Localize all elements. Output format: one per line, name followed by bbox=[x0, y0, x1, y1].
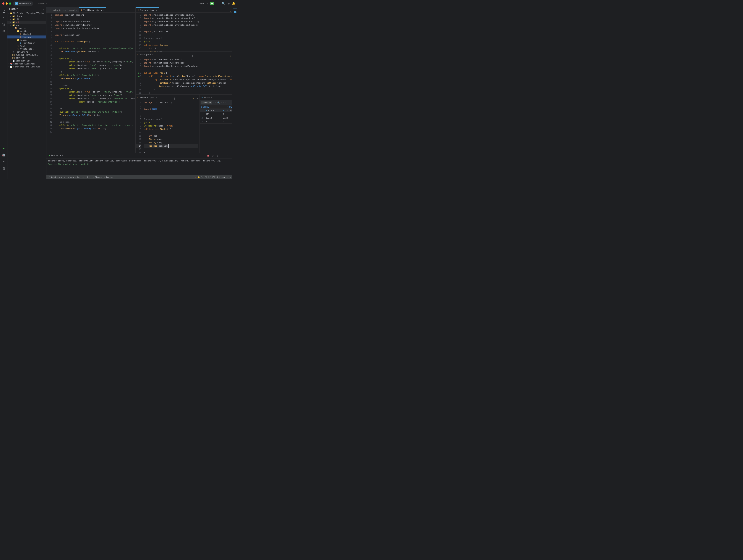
android-icon[interactable]: 🤖 bbox=[1, 153, 6, 158]
line-numbers: 12345 678910 111213141516 bbox=[136, 100, 142, 153]
more-icon[interactable]: ··· bbox=[1, 172, 6, 178]
sidebar-item-lib[interactable]: ▶ 📁 lib bbox=[7, 18, 46, 20]
scroll-end-icon[interactable]: ↓ bbox=[216, 154, 220, 158]
add-row-icon[interactable]: + bbox=[221, 101, 222, 104]
more-tabs-icon[interactable]: ⋮ bbox=[190, 54, 195, 57]
code-content[interactable]: package com.test.mapper; import com.test… bbox=[53, 13, 135, 153]
sidebar-item-webstudy-iml[interactable]: 📄 WebStudy.iml bbox=[7, 59, 46, 62]
sidebar-item-src[interactable]: ▾ 📁 src bbox=[7, 24, 46, 27]
tab-teach[interactable]: ⊞ teach ✕ bbox=[200, 95, 214, 100]
sidebar-item-mapper[interactable]: ▾ 📁 mapper bbox=[7, 38, 46, 41]
close-tab-icon[interactable]: ✕ bbox=[156, 9, 157, 11]
gear-icon[interactable]: ⚙ bbox=[43, 8, 44, 10]
close-tab-icon[interactable]: ✕ bbox=[76, 9, 77, 11]
main-layout: ▶ 🤖 ⚑ 🗄 ··· Project ⚙ ▾ 📁 WebStudy ~/Des… bbox=[0, 7, 238, 179]
nav-left-icon[interactable]: ‹ bbox=[223, 101, 224, 104]
cell-tid[interactable]: 2 bbox=[221, 113, 232, 116]
tab-main[interactable]: C Main.java ✕ bbox=[136, 52, 155, 57]
sidebar-item-teacher[interactable]: C Teacher bbox=[7, 36, 46, 38]
col-sid[interactable]: ⊞ sid ÷ bbox=[204, 109, 221, 113]
scratches-icon: 📝 bbox=[10, 66, 13, 68]
database-icon[interactable]: 🗄 bbox=[1, 166, 6, 171]
expand-icon: ▾ bbox=[14, 39, 17, 41]
commit-icon[interactable] bbox=[1, 15, 6, 20]
status-path: WebStudy > src > com > test > entity > S… bbox=[51, 176, 114, 178]
encoding: UTF-8 bbox=[212, 176, 218, 178]
sidebar-item-main[interactable]: C Main bbox=[7, 44, 46, 47]
close-button[interactable] bbox=[2, 2, 4, 5]
right-toolbar bbox=[232, 7, 238, 179]
sidebar-item-text-xml[interactable]: ❬/❭ text.xml bbox=[7, 56, 46, 59]
sidebar-item-comtest[interactable]: ▾ 📦 com.test bbox=[7, 27, 46, 30]
cell-sid[interactable]: 1 bbox=[204, 120, 221, 124]
table-row[interactable]: 2 12312 3123 bbox=[200, 116, 232, 120]
close-tab-icon[interactable]: ✕ bbox=[103, 9, 104, 11]
more-button[interactable]: ⋯ bbox=[225, 154, 229, 158]
sidebar-item-student[interactable]: C Student bbox=[7, 33, 46, 36]
branch-info[interactable]: ⎇ master ▾ bbox=[35, 2, 47, 5]
row-number: 2 bbox=[200, 116, 204, 120]
rerun-button[interactable]: ↺ bbox=[211, 154, 215, 158]
refresh-icon[interactable]: ↻ bbox=[213, 101, 214, 104]
more-tabs-icon[interactable]: ⋮ bbox=[130, 9, 135, 12]
more-tabs-icon[interactable]: ⋮ bbox=[191, 9, 197, 12]
files-icon[interactable] bbox=[1, 8, 6, 14]
xml-file-icon: ❬/❭ bbox=[48, 9, 52, 11]
minimize-button[interactable] bbox=[6, 2, 8, 5]
table-row[interactable]: 3 1 2 bbox=[200, 120, 232, 124]
tab-run[interactable]: ▶ Run Main ✕ bbox=[46, 153, 65, 158]
sidebar-item-mybatisutil[interactable]: C MybatisUtil bbox=[7, 47, 46, 50]
chevron-up-icon[interactable]: ∧ bbox=[197, 97, 198, 100]
cell-tid[interactable]: 2 bbox=[221, 120, 232, 124]
nav-right-icon[interactable]: › bbox=[225, 101, 226, 104]
project-title[interactable]: WS WebStudy ▾ bbox=[13, 1, 33, 6]
close-tab-icon[interactable]: ✕ bbox=[211, 96, 213, 99]
col-tid[interactable]: ⊞ tid ÷ bbox=[221, 109, 232, 113]
settings-icon[interactable]: ⚙ bbox=[230, 176, 231, 178]
sidebar-item-out[interactable]: ▶ 📁 out bbox=[7, 20, 46, 24]
notification-icon[interactable]: 🔔 bbox=[232, 2, 235, 5]
sidebar-item-gitignore[interactable]: ◎ .gitignore bbox=[7, 50, 46, 53]
tab-student[interactable]: C Student.java ✕ bbox=[136, 95, 159, 100]
sidebar-item-idea[interactable]: ▶ 📁 .idea bbox=[7, 15, 46, 18]
settings-button[interactable]: ⋮ bbox=[221, 154, 224, 158]
run-gutter-icon[interactable]: ▶ bbox=[138, 75, 139, 78]
tab-testmapper[interactable]: C TestMapper.java ✕ bbox=[79, 7, 106, 12]
debug-icon[interactable]: ⋮ bbox=[217, 2, 220, 5]
tab-mybatis-config[interactable]: ❬/❭ mybatis-config.xml ✕ bbox=[46, 7, 79, 12]
search-icon[interactable]: 🔍 bbox=[217, 101, 220, 104]
close-tab-icon[interactable]: ✕ bbox=[62, 154, 63, 157]
search-icon[interactable]: 🔍 bbox=[222, 2, 225, 5]
more-tabs-icon[interactable]: ⋮ bbox=[172, 97, 177, 100]
code-content[interactable]: import org.apache.ibatis.annotations.Man… bbox=[142, 13, 232, 51]
bottom-toolbar: ■ ↺ ↓ ⋮ ⋯ bbox=[205, 153, 231, 158]
sidebar-item-mybatisconfig[interactable]: ❬/❭ mybatis-config.xml bbox=[7, 53, 46, 56]
table-row[interactable]: 1 111 2 bbox=[200, 113, 232, 116]
cell-tid[interactable]: 3123 bbox=[221, 116, 232, 120]
search-icon[interactable] bbox=[1, 22, 6, 27]
people-icon[interactable] bbox=[1, 29, 6, 34]
stop-button[interactable]: ■ bbox=[206, 154, 210, 158]
tab-teacher[interactable]: C Teacher.java ✕ bbox=[136, 7, 159, 12]
sidebar-item-entity[interactable]: ▾ 📁 entity bbox=[7, 30, 46, 33]
code-content[interactable]: package com.test.entity; import ... 6 us… bbox=[142, 100, 200, 153]
run-debug-icon[interactable]: ▶ bbox=[1, 146, 6, 151]
sidebar-item-scratches[interactable]: ▶ 📝 Scratches and Consoles bbox=[7, 65, 46, 68]
run-button[interactable]: ▶ bbox=[210, 2, 214, 5]
branch-name: master bbox=[38, 2, 45, 5]
cell-sid[interactable]: 111 bbox=[204, 113, 221, 116]
run-gutter-icon[interactable]: ▶ bbox=[138, 71, 139, 75]
rows-select[interactable]: 3 rows bbox=[201, 101, 212, 104]
sidebar-item-testmapper[interactable]: I TestMapper bbox=[7, 41, 46, 44]
close-tab-icon[interactable]: ✕ bbox=[156, 96, 157, 99]
maximize-button[interactable] bbox=[9, 2, 11, 5]
sidebar-item-external-libraries[interactable]: ▶ 📚 External Libraries bbox=[7, 62, 46, 65]
cell-sid[interactable]: 12312 bbox=[204, 116, 221, 120]
sidebar-item-webstudy[interactable]: ▾ 📁 WebStudy ~/Desktop/CS/Jav bbox=[7, 12, 46, 15]
settings-icon[interactable]: ⚙ bbox=[228, 2, 230, 5]
filter-icon[interactable]: ☰ bbox=[215, 101, 217, 104]
console-line: Teacher(tid=2, name=t23, studentList=[St… bbox=[48, 159, 231, 163]
code-content[interactable]: import com.test.entity.Student; import c… bbox=[142, 57, 232, 94]
close-tab-icon[interactable]: ✕ bbox=[152, 53, 153, 56]
bookmark-icon[interactable]: ⚑ bbox=[1, 159, 6, 164]
